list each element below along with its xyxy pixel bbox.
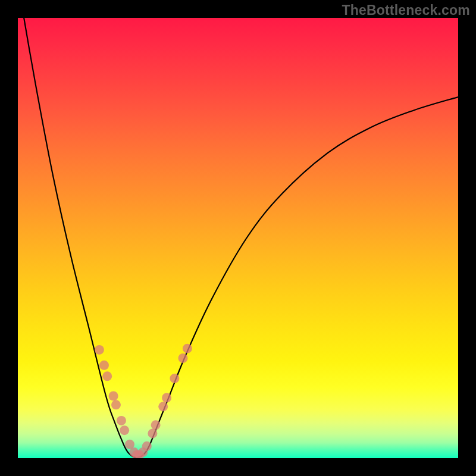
data-marker (111, 400, 121, 409)
data-marker (102, 371, 112, 381)
data-marker (117, 416, 126, 425)
data-marker (95, 345, 104, 355)
data-marker (120, 425, 129, 435)
data-marker (178, 353, 188, 363)
plot-area (18, 18, 458, 458)
chart-frame: TheBottleneck.com (0, 0, 476, 476)
data-marker (170, 374, 179, 383)
watermark-text: TheBottleneck.com (342, 2, 470, 18)
data-marker (148, 428, 157, 438)
data-marker (158, 402, 168, 411)
curve-layer (18, 18, 458, 458)
bottleneck-curve (18, 18, 458, 458)
data-marker (99, 361, 109, 370)
data-marker (109, 392, 118, 401)
curve-path (18, 18, 458, 458)
data-marker (151, 420, 161, 430)
marker-group (95, 344, 192, 458)
data-marker (183, 344, 192, 353)
data-marker (142, 441, 152, 451)
data-marker (162, 393, 171, 403)
